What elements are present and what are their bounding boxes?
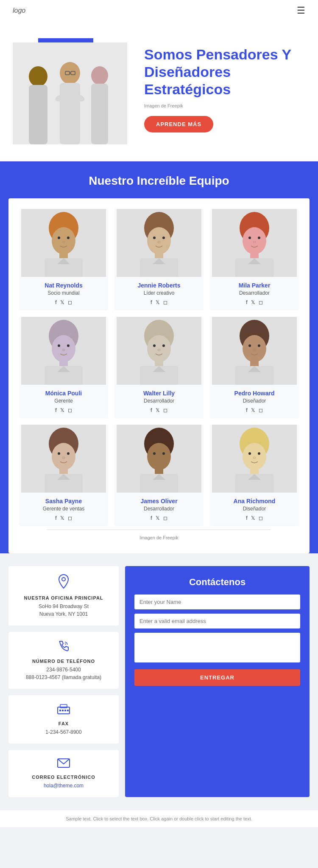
team-member-photo [19,425,108,493]
instagram-icon[interactable]: ◻ [163,407,167,413]
svg-point-80 [158,457,160,459]
team-card: Mónica Pouli Gerente f 𝕏 ◻ [19,317,108,418]
svg-point-89 [253,457,256,459]
team-card: Walter Lilly Desarrollador f 𝕏 ◻ [114,317,204,418]
hero-section: Somos Pensadores Y Diseñadores Estratégi… [0,21,318,161]
team-member-photo [19,317,108,385]
team-member-photo [114,209,204,277]
twitter-icon[interactable]: 𝕏 [60,515,64,521]
instagram-icon[interactable]: ◻ [68,515,72,521]
team-card: Ana Richmond Diseñador f 𝕏 ◻ [210,425,299,526]
hero-image-area [13,34,131,144]
svg-point-70 [67,452,70,455]
svg-point-93 [62,578,65,581]
twitter-icon[interactable]: 𝕏 [156,299,160,305]
facebook-icon[interactable]: f [151,299,152,305]
twitter-icon[interactable]: 𝕏 [156,515,160,521]
fax-card: FAX 1-234-567-8900 [8,695,119,744]
twitter-icon[interactable]: 𝕏 [60,299,64,305]
team-member-photo [210,209,299,277]
team-member-photo [210,317,299,385]
svg-point-68 [52,443,75,470]
submit-button[interactable]: ENTREGAR [134,669,300,686]
facebook-icon[interactable]: f [246,515,247,521]
svg-point-33 [248,237,251,239]
twitter-icon[interactable]: 𝕏 [251,407,255,413]
instagram-icon[interactable]: ◻ [68,299,72,305]
contact-form-title: Contáctenos [134,577,300,588]
facebook-icon[interactable]: f [246,407,247,413]
team-card: Pedro Howard Diseñador f 𝕏 ◻ [210,317,299,418]
team-social-icons: f 𝕏 ◻ [114,515,204,521]
svg-point-53 [158,349,160,351]
svg-point-87 [248,452,251,455]
team-social-icons: f 𝕏 ◻ [19,515,108,521]
facebook-icon[interactable]: f [55,407,56,413]
svg-point-23 [147,227,171,254]
svg-rect-98 [64,710,66,711]
svg-point-14 [52,227,75,254]
facebook-icon[interactable]: f [151,407,152,413]
team-member-role: Líder creativo [114,290,204,296]
team-member-role: Gerente [19,398,108,404]
email-address: hola@theme.com [15,782,112,789]
email-input[interactable] [134,614,300,628]
svg-point-77 [147,443,171,470]
contact-section: NUESTRA OFICINA PRINCIPAL SoHo 94 Broadw… [0,553,318,810]
svg-point-8 [91,66,108,85]
team-card: Nat Reynolds Socio mundial f 𝕏 ◻ [19,209,108,310]
hero-image-credit: Imagen de Freepik [144,103,305,108]
instagram-icon[interactable]: ◻ [259,299,263,305]
twitter-icon[interactable]: 𝕏 [60,407,64,413]
facebook-icon[interactable]: f [151,515,152,521]
team-member-photo [210,425,299,493]
message-textarea[interactable] [134,633,300,662]
instagram-icon[interactable]: ◻ [163,299,167,305]
svg-point-43 [67,344,70,347]
svg-point-88 [258,452,260,455]
team-member-name: Nat Reynolds [19,282,108,289]
fax-number: 1-234-567-8900 [15,728,112,736]
team-member-name: Sasha Payne [19,498,108,504]
instagram-icon[interactable]: ◻ [259,515,263,521]
svg-point-35 [253,241,256,243]
svg-point-60 [248,344,251,347]
team-section-title: Nuestro Increíble Equipo [0,174,318,188]
team-social-icons: f 𝕏 ◻ [210,407,299,413]
office-card: NUESTRA OFICINA PRINCIPAL SoHo 94 Broadw… [8,566,119,626]
svg-point-34 [258,237,260,239]
team-card: James Oliver Desarrollador f 𝕏 ◻ [114,425,204,526]
svg-point-42 [58,344,60,347]
office-address: SoHo 94 Broadway St Nueva York, NY 1001 [15,603,112,618]
hero-title: Somos Pensadores Y Diseñadores Estratégi… [144,46,305,98]
instagram-icon[interactable]: ◻ [163,515,167,521]
name-input[interactable] [134,595,300,609]
svg-rect-4 [60,83,80,144]
team-card: Sasha Payne Gerente de ventas f 𝕏 ◻ [19,425,108,526]
twitter-icon[interactable]: 𝕏 [251,515,255,521]
facebook-icon[interactable]: f [55,515,56,521]
team-member-role: Desarrollador [210,290,299,296]
team-social-icons: f 𝕏 ◻ [210,299,299,305]
svg-rect-9 [91,84,108,144]
team-grid-wrapper: Nat Reynolds Socio mundial f 𝕏 ◻ [8,198,310,553]
phone-icon [15,640,112,655]
team-grid: Nat Reynolds Socio mundial f 𝕏 ◻ [19,209,299,526]
team-social-icons: f 𝕏 ◻ [19,407,108,413]
facebook-icon[interactable]: f [246,299,247,305]
hero-people-image [13,42,127,144]
twitter-icon[interactable]: 𝕏 [251,299,255,305]
hamburger-menu-icon[interactable]: ☰ [297,5,305,16]
svg-point-79 [162,452,165,455]
svg-rect-99 [67,710,69,711]
logo: logo [13,7,25,14]
footer-text: Sample text. Click to select the text bo… [66,816,252,821]
facebook-icon[interactable]: f [55,299,56,305]
fax-label: FAX [15,721,112,726]
instagram-icon[interactable]: ◻ [68,407,72,413]
hero-text-area: Somos Pensadores Y Diseñadores Estratégi… [131,46,305,132]
instagram-icon[interactable]: ◻ [259,407,263,413]
svg-point-69 [58,452,60,455]
twitter-icon[interactable]: 𝕏 [156,407,160,413]
learn-more-button[interactable]: APRENDE MÁS [144,116,213,132]
